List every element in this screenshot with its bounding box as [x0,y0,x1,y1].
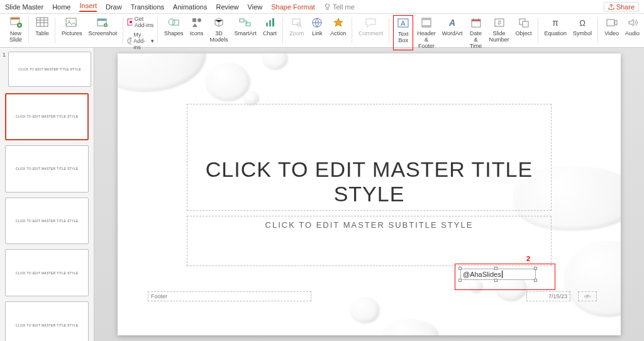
comment-label: Comment [358,30,383,36]
svg-rect-8 [97,19,106,21]
object-button[interactable]: Object [513,15,535,50]
svg-text:A: A [448,18,455,28]
smartart-button[interactable]: SmartArt [232,15,260,44]
symbol-label: Symbol [573,30,592,36]
video-label: Video [604,30,619,36]
tab-slide-master[interactable]: Slide Master [5,3,43,11]
pictures-button[interactable]: Pictures [59,15,85,38]
textbox-label: TextBox [398,31,409,43]
tell-me-label: Tell me [333,3,355,11]
droplet-decor [206,63,250,101]
get-addins-button[interactable]: Get Add-ins [127,16,154,28]
footer-placeholder[interactable]: Footer [148,291,311,301]
svg-rect-11 [130,21,132,23]
screenshot-label: Screenshot [89,30,118,36]
subtitle-placeholder[interactable]: CLICK TO EDIT MASTER SUBTITLE STYLE [187,216,552,266]
canvas[interactable]: 1 CLICK TO EDIT MASTER TITLE STYLE CLICK… [94,48,644,341]
tab-home[interactable]: Home [52,3,70,11]
title-placeholder[interactable]: CLICK TO EDIT MASTER TITLE STYLE [187,104,552,211]
zoom-button[interactable]: Zoom [287,15,306,38]
date-placeholder[interactable]: 7/15/23 [526,291,570,301]
chart-button[interactable]: Chart [260,15,279,44]
chart-label: Chart [263,30,277,36]
droplet-decor [382,320,438,335]
thumbnail-panel[interactable]: 1 CLICK TO EDIT MASTER TITLE STYLE CLICK… [0,48,94,341]
tell-me[interactable]: Tell me [324,3,355,11]
text-cursor [502,271,502,278]
addins-icon [127,18,133,26]
shapes-button[interactable]: Shapes [162,15,186,44]
smartart-label: SmartArt [235,30,257,36]
layout-thumbnail-1[interactable]: CLICK TO EDIT MASTER TITLE STYLE [5,93,89,140]
svg-text:A: A [401,20,406,27]
layout-thumbnail-4[interactable]: CLICK TO EDIT MASTER TITLE STYLE [5,249,89,296]
video-button[interactable]: Video [602,15,621,38]
svg-rect-22 [272,18,274,26]
svg-rect-37 [523,21,528,27]
slidenum-placeholder[interactable]: ‹#› [578,291,597,301]
textbox-content[interactable]: @AhaSlides [460,269,536,280]
new-slide-button[interactable]: NewSlide [6,15,25,44]
svg-point-0 [325,4,329,8]
icons-button[interactable]: Icons [187,15,206,44]
icons-label: Icons [190,30,204,36]
svg-rect-40 [607,20,614,26]
date-time-label: Date &Time [469,30,483,49]
header-footer-label: Header &Footer [417,30,436,49]
share-label: Share [616,3,635,11]
wordart-label: WordArt [442,30,463,36]
droplet-decor [350,298,379,323]
zoom-label: Zoom [289,30,304,36]
ribbon: NewSlide Table Pictures Screenshot Get A… [0,14,644,48]
svg-rect-2 [11,18,19,20]
inserted-textbox[interactable]: @AhaSlides [455,264,555,290]
audio-button[interactable]: Audio [623,15,642,38]
share-icon [608,4,614,10]
pictures-label: Pictures [62,30,82,36]
action-label: Action [330,30,346,36]
svg-rect-23 [292,19,300,25]
tab-view[interactable]: View [248,3,263,11]
bulb-icon [324,3,331,10]
screenshot-button[interactable]: Screenshot [86,15,120,38]
menu-bar: Slide Master Home Insert Draw Transition… [0,0,644,14]
tab-insert[interactable]: Insert [79,2,97,12]
action-button[interactable]: Action [328,15,348,38]
tab-animations[interactable]: Animations [173,3,207,11]
svg-text:Ω: Ω [579,18,586,28]
master-thumbnail[interactable]: CLICK TO EDIT MASTER TITLE STYLE [8,52,91,87]
tab-review[interactable]: Review [216,3,238,11]
title-text: CLICK TO EDIT MASTER TITLE STYLE [187,157,551,210]
layout-thumbnail-3[interactable]: CLICK TO EDIT MASTER TITLE STYLE [5,198,89,245]
table-button[interactable]: Table [33,15,52,38]
tab-shape-format[interactable]: Shape Format [271,3,315,11]
slide[interactable]: CLICK TO EDIT MASTER TITLE STYLE CLICK T… [118,53,621,335]
svg-rect-5 [66,18,76,26]
3d-models-button[interactable]: 3DModels [208,15,231,44]
callout-2: 2 [526,255,530,262]
get-addins-label: Get Add-ins [135,16,154,28]
textbox-text: @AhaSlides [463,271,501,278]
app-root: Slide Master Home Insert Draw Transition… [0,0,644,341]
tab-transitions[interactable]: Transitions [131,3,164,11]
wordart-button[interactable]: AWordArt [440,15,465,50]
subtitle-text: CLICK TO EDIT MASTER SUBTITLE STYLE [265,220,474,230]
comment-button[interactable]: Comment [356,15,386,38]
share-button[interactable]: Share [604,2,639,12]
droplet-decor [243,91,258,105]
date-time-button[interactable]: Date &Time [467,15,486,50]
header-footer-button[interactable]: Header &Footer [414,15,438,50]
layout-thumbnail-2[interactable]: CLICK TO EDIT MASTER TITLE STYLE [5,145,89,193]
myaddins-icon [127,37,131,45]
object-label: Object [516,30,532,36]
link-button[interactable]: Link [308,15,326,38]
audio-label: Audio [625,30,640,36]
tab-draw[interactable]: Draw [106,3,122,11]
textbox-button[interactable]: ATextBox [393,15,413,50]
slide-number-label: SlideNumber [489,30,509,43]
layout-thumbnail-5[interactable]: CLICK TO EDIT MASTER TITLE STYLE [5,301,89,341]
slide-number-button[interactable]: #SlideNumber [487,15,512,50]
equation-button[interactable]: πEquation [542,15,570,38]
symbol-button[interactable]: ΩSymbol [570,15,594,38]
shapes-label: Shapes [164,30,184,36]
